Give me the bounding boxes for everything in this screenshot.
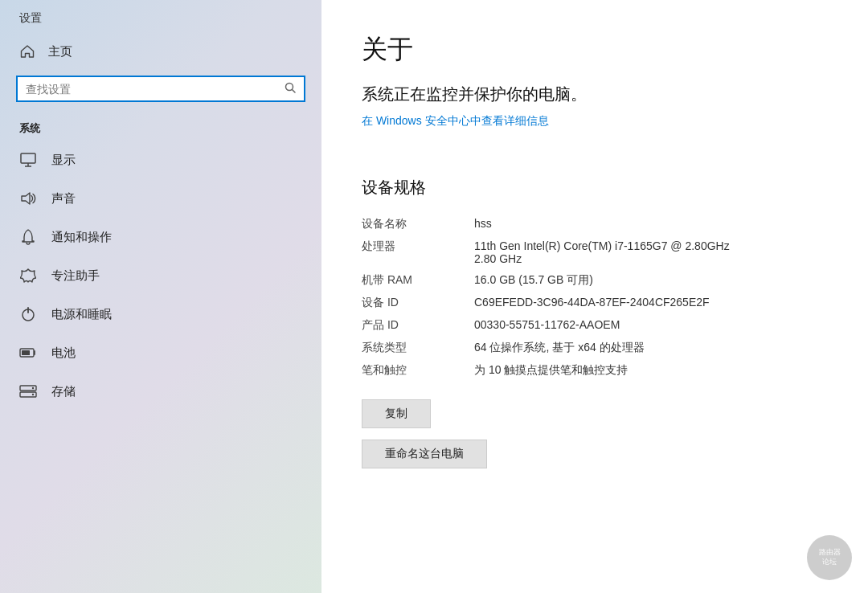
- sidebar-item-storage-label: 存储: [51, 384, 76, 399]
- spec-value-device-name: hss: [474, 213, 828, 235]
- sidebar-item-display-label: 显示: [51, 153, 76, 168]
- spec-row-processor: 处理器 11th Gen Intel(R) Core(TM) i7-1165G7…: [362, 235, 828, 269]
- system-section-label: 系统: [0, 115, 321, 141]
- svg-line-1: [293, 90, 296, 93]
- svg-rect-2: [21, 153, 35, 163]
- sidebar-item-power-label: 电源和睡眠: [51, 307, 112, 322]
- home-nav-item[interactable]: 主页: [0, 34, 321, 69]
- search-icon: [285, 82, 296, 96]
- svg-marker-5: [22, 193, 30, 204]
- search-input[interactable]: [26, 83, 285, 96]
- spec-label-ram: 机带 RAM: [362, 269, 474, 292]
- storage-icon: [19, 382, 37, 400]
- sidebar-item-focus[interactable]: 专注助手: [0, 256, 321, 295]
- page-title: 关于: [362, 32, 828, 67]
- sidebar-item-display[interactable]: 显示: [0, 141, 321, 179]
- spec-table: 设备名称 hss 处理器 11th Gen Intel(R) Core(TM) …: [362, 213, 828, 382]
- spec-row-product-id: 产品 ID 00330-55751-11762-AAOEM: [362, 314, 828, 337]
- spec-label-system-type: 系统类型: [362, 337, 474, 359]
- sidebar-item-focus-label: 专注助手: [51, 268, 100, 284]
- sidebar-item-notifications-label: 通知和操作: [51, 230, 112, 245]
- home-label: 主页: [48, 44, 72, 59]
- rename-button[interactable]: 重命名这台电脑: [362, 440, 487, 468]
- spec-row-ram: 机带 RAM 16.0 GB (15.7 GB 可用): [362, 269, 828, 292]
- sidebar-item-sound[interactable]: 声音: [0, 179, 321, 218]
- battery-icon: [19, 344, 37, 362]
- home-icon: [19, 43, 35, 59]
- spec-row-device-id: 设备 ID C69EFEDD-3C96-44DA-87EF-2404CF265E…: [362, 292, 828, 314]
- spec-row-device-name: 设备名称 hss: [362, 213, 828, 235]
- spec-value-device-id: C69EFEDD-3C96-44DA-87EF-2404CF265E2F: [474, 292, 828, 314]
- spec-value-product-id: 00330-55751-11762-AAOEM: [474, 314, 828, 337]
- search-box[interactable]: [16, 76, 305, 102]
- sidebar-item-storage[interactable]: 存储: [0, 372, 321, 411]
- security-center-link[interactable]: 在 Windows 安全中心中查看详细信息: [362, 114, 549, 129]
- protection-text: 系统正在监控并保护你的电脑。: [362, 84, 828, 105]
- sidebar-item-power[interactable]: 电源和睡眠: [0, 295, 321, 333]
- spec-label-processor: 处理器: [362, 235, 474, 269]
- spec-value-processor: 11th Gen Intel(R) Core(TM) i7-1165G7 @ 2…: [474, 235, 828, 269]
- spec-label-device-id: 设备 ID: [362, 292, 474, 314]
- spec-label-pen-touch: 笔和触控: [362, 359, 474, 382]
- spec-value-ram: 16.0 GB (15.7 GB 可用): [474, 269, 828, 292]
- power-icon: [19, 305, 37, 323]
- sidebar-item-battery-label: 电池: [51, 346, 76, 361]
- svg-point-12: [32, 387, 34, 389]
- sidebar-item-sound-label: 声音: [51, 191, 76, 207]
- copy-button[interactable]: 复制: [362, 399, 431, 428]
- svg-rect-9: [22, 350, 30, 355]
- svg-point-13: [32, 394, 34, 395]
- spec-row-system-type: 系统类型 64 位操作系统, 基于 x64 的处理器: [362, 337, 828, 359]
- sidebar-item-notifications[interactable]: 通知和操作: [0, 218, 321, 256]
- main-content: 关于 系统正在监控并保护你的电脑。 在 Windows 安全中心中查看详细信息 …: [321, 0, 868, 593]
- spec-value-system-type: 64 位操作系统, 基于 x64 的处理器: [474, 337, 828, 359]
- watermark-text: 路由器论坛: [816, 545, 844, 570]
- spec-value-pen-touch: 为 10 触摸点提供笔和触控支持: [474, 359, 828, 382]
- sidebar: 设置 主页 系统 显示: [0, 0, 321, 593]
- sound-icon: [19, 190, 37, 207]
- notification-icon: [19, 228, 37, 246]
- sidebar-item-battery[interactable]: 电池: [0, 333, 321, 372]
- watermark: 路由器论坛: [807, 535, 852, 580]
- spec-label-product-id: 产品 ID: [362, 314, 474, 337]
- spec-label-device-name: 设备名称: [362, 213, 474, 235]
- spec-row-pen-touch: 笔和触控 为 10 触摸点提供笔和触控支持: [362, 359, 828, 382]
- device-spec-title: 设备规格: [362, 177, 828, 198]
- monitor-icon: [19, 151, 37, 169]
- settings-header: 设置: [0, 0, 321, 34]
- focus-icon: [19, 267, 37, 284]
